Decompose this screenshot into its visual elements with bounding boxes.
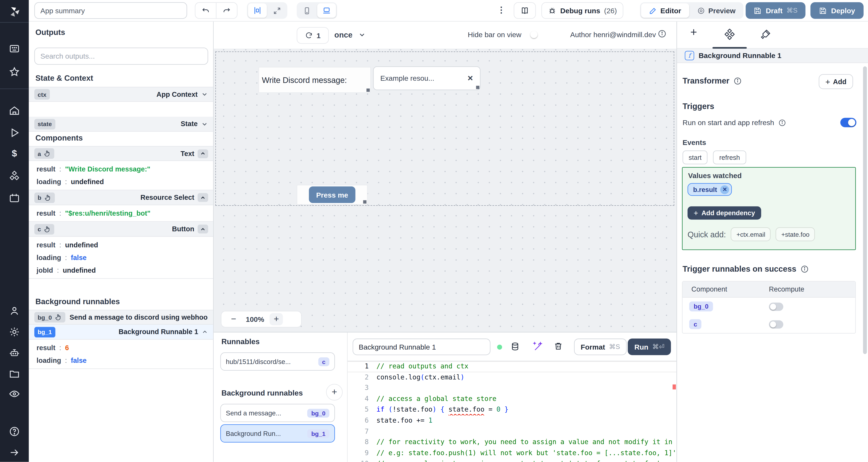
- collapse-chevron-up-icon[interactable]: [198, 149, 208, 158]
- deploy-button[interactable]: Deploy: [810, 2, 863, 19]
- collapse-arrow-icon[interactable]: [9, 447, 20, 458]
- component-c-row[interactable]: c Button: [29, 222, 214, 237]
- prop-row[interactable]: result:6: [29, 341, 214, 354]
- user-icon[interactable]: [9, 305, 20, 317]
- app-canvas[interactable]: Write Discord message: Example resou... …: [214, 48, 676, 332]
- refresh-button[interactable]: 1: [297, 27, 329, 44]
- chevron-down-icon: [201, 91, 208, 98]
- table-row: c: [683, 315, 855, 333]
- run-on-start-toggle[interactable]: [840, 118, 856, 127]
- app-summary-value: App summary: [40, 6, 85, 15]
- row-badge-bg0: bg_0: [689, 302, 713, 311]
- docs-book-button[interactable]: [514, 2, 536, 19]
- tab-styling[interactable]: [760, 29, 771, 40]
- bg0-badge: bg_0: [34, 312, 65, 323]
- bg1-row-selected[interactable]: bg_1 Background Runnable 1: [29, 325, 214, 339]
- prop-row[interactable]: loading:false: [29, 251, 214, 264]
- runs-icon[interactable]: [9, 127, 20, 138]
- mobile-view-button[interactable]: [298, 3, 316, 18]
- format-button[interactable]: Format ⌘S: [574, 338, 627, 355]
- scrollbar[interactable]: [863, 66, 867, 354]
- center-area: 1 once Hide bar on view Author henri@win…: [214, 21, 676, 462]
- apps-icon[interactable]: [9, 43, 20, 54]
- bg1-props: result:6 loading:false: [29, 340, 214, 369]
- component-a-row[interactable]: a Text: [29, 146, 214, 161]
- tab-preview[interactable]: Preview: [690, 3, 742, 18]
- favorites-star-icon[interactable]: [9, 66, 20, 77]
- schedules-icon[interactable]: [9, 193, 20, 204]
- function-icon: f: [685, 51, 694, 60]
- fullwidth-layout-button[interactable]: [268, 3, 286, 18]
- prop-row[interactable]: result:"Write Discord message:": [29, 163, 214, 175]
- bg0-row[interactable]: bg_0 Send a message to discord using web…: [29, 310, 214, 325]
- component-c-type: Button: [172, 225, 194, 233]
- text-component[interactable]: Write Discord message:: [258, 67, 371, 93]
- prop-row[interactable]: result:undefined: [29, 238, 214, 251]
- ai-wand-icon[interactable]: [532, 341, 542, 351]
- audit-eye-icon[interactable]: [9, 388, 20, 399]
- info-icon[interactable]: [658, 29, 666, 38]
- kebab-menu-icon[interactable]: ⋮: [497, 5, 505, 15]
- col-recompute: Recompute: [769, 286, 804, 293]
- component-b-row[interactable]: b Resource Select: [29, 190, 214, 205]
- state-row[interactable]: state State: [29, 117, 214, 132]
- draft-button[interactable]: Draft ⌘S: [746, 2, 806, 19]
- quick-add-ctx-email[interactable]: +ctx.email: [731, 227, 771, 241]
- app-summary-input[interactable]: App summary: [34, 2, 187, 19]
- resource-select-component[interactable]: Example resou... ✕: [373, 66, 480, 90]
- windmill-logo-icon[interactable]: [8, 5, 21, 18]
- cache-database-icon[interactable]: [510, 342, 520, 351]
- collapse-chevron-up-icon[interactable]: [198, 225, 208, 233]
- add-runnable-button[interactable]: +: [326, 384, 343, 401]
- schedule-dropdown[interactable]: once: [334, 27, 366, 42]
- variables-icon[interactable]: $: [9, 148, 20, 159]
- prop-row[interactable]: loading:false: [29, 354, 214, 367]
- help-icon[interactable]: [9, 426, 20, 437]
- center-layout-button[interactable]: [248, 3, 267, 18]
- folders-icon[interactable]: [9, 368, 20, 380]
- event-chip-start[interactable]: start: [683, 151, 708, 164]
- quick-add-state-foo[interactable]: +state.foo: [776, 227, 815, 241]
- background-runnables-title: Background runnables: [29, 297, 126, 306]
- add-dependency-button[interactable]: + Add dependency: [688, 206, 761, 220]
- zoom-out-button[interactable]: −: [227, 313, 240, 325]
- watched-value-chip[interactable]: b.result ✕: [688, 183, 732, 196]
- runnable-item-bg0[interactable]: Send a message... bg_0: [220, 404, 335, 422]
- runnable-item-bg1-selected[interactable]: Background Run... bg_1: [220, 424, 335, 442]
- add-transformer-button[interactable]: +Add: [819, 74, 853, 89]
- ctx-row[interactable]: ctx App Context: [29, 87, 214, 102]
- runnables-column: Runnables hub/1511/discord/se... c Backg…: [214, 332, 348, 462]
- search-outputs-input[interactable]: Search outputs...: [34, 47, 208, 65]
- runnable-item-main[interactable]: hub/1511/discord/se... c: [220, 352, 335, 371]
- desktop-view-button[interactable]: [317, 3, 336, 18]
- error-marker: [673, 385, 676, 390]
- top-toolbar: App summary ⋮: [29, 0, 868, 22]
- recompute-toggle-c[interactable]: [769, 320, 783, 328]
- redo-button[interactable]: [216, 3, 237, 18]
- event-chip-refresh[interactable]: refresh: [713, 151, 746, 164]
- tab-insert-component[interactable]: +: [690, 26, 697, 39]
- prop-row[interactable]: result:"$res:u/henri/testing_bot": [29, 207, 214, 220]
- delete-trash-icon[interactable]: [554, 341, 563, 351]
- code-editor[interactable]: 1// read outputs and ctx2console.log(ctx…: [348, 361, 677, 462]
- debug-runs-button[interactable]: Debug runs (26): [541, 2, 623, 19]
- workers-robot-icon[interactable]: [9, 348, 20, 358]
- home-icon[interactable]: [9, 105, 20, 116]
- recompute-toggle-bg0[interactable]: [769, 302, 783, 310]
- run-button[interactable]: Run ⌘⏎: [628, 338, 671, 355]
- prop-row[interactable]: loading:undefined: [29, 175, 214, 188]
- undo-button[interactable]: [195, 3, 216, 18]
- prop-row[interactable]: jobId:undefined: [29, 264, 214, 276]
- tab-editor[interactable]: Editor: [641, 3, 689, 18]
- zoom-in-button[interactable]: +: [270, 313, 283, 325]
- remove-watch-x-icon[interactable]: ✕: [720, 185, 729, 194]
- runnable-name-input[interactable]: Background Runnable 1: [352, 338, 491, 355]
- settings-gear-icon[interactable]: [9, 327, 20, 337]
- press-me-button[interactable]: Press me: [309, 186, 355, 203]
- resources-icon[interactable]: [9, 170, 20, 182]
- collapse-chevron-up-icon[interactable]: [198, 193, 208, 202]
- tab-component-settings[interactable]: [724, 29, 735, 40]
- bg1-badge: bg_1: [34, 327, 55, 337]
- selected-runnable-name: Background Runnable 1: [699, 52, 781, 60]
- clear-x-icon[interactable]: ✕: [467, 74, 473, 82]
